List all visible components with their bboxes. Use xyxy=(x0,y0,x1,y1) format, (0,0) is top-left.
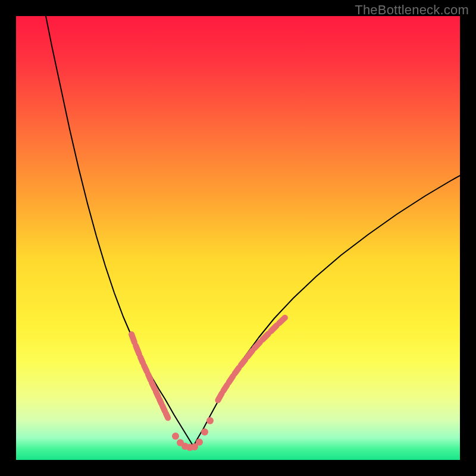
plot-area xyxy=(16,16,460,460)
valley-bottom-dots-dot xyxy=(196,439,203,446)
pinch-right-dashes-dash xyxy=(223,385,227,391)
pinch-right-dashes-dash xyxy=(262,334,268,340)
pinch-left-dashes-dash xyxy=(159,399,162,404)
pinch-left-dashes-dash xyxy=(152,383,155,389)
pinch-right-dashes-dash xyxy=(218,393,221,400)
pinch-right-dashes-dash xyxy=(241,359,246,365)
pinch-right-dashes-dash xyxy=(279,318,285,323)
pinch-right-dashes-dash xyxy=(229,376,233,383)
chart-frame: TheBottleneck.com xyxy=(0,0,476,476)
pinch-right-dashes-dash xyxy=(235,368,239,374)
pinch-right-dashes-dash xyxy=(271,325,277,331)
valley-bottom-dots-dot xyxy=(172,433,179,440)
pinch-left-dashes-dash xyxy=(131,334,134,342)
pinch-left-dashes-dash xyxy=(136,346,139,354)
pinch-left-dashes-dash xyxy=(162,406,165,411)
pinch-right-dashes-dash xyxy=(248,350,252,357)
valley-bottom-dots-dot xyxy=(206,417,214,424)
pinch-left-dashes-dash xyxy=(144,365,147,372)
curve-right xyxy=(193,176,460,446)
pinch-left-dashes-dash xyxy=(166,414,168,418)
pinch-right-dashes-dash xyxy=(255,342,260,348)
valley-bottom-dots-dot xyxy=(201,428,208,436)
curve-left xyxy=(46,16,193,446)
pinch-left-dashes-dash xyxy=(156,392,158,397)
pinch-left-dashes-dash xyxy=(148,374,151,380)
pinch-left-dashes-dash xyxy=(140,357,143,363)
curves-layer xyxy=(16,16,460,460)
